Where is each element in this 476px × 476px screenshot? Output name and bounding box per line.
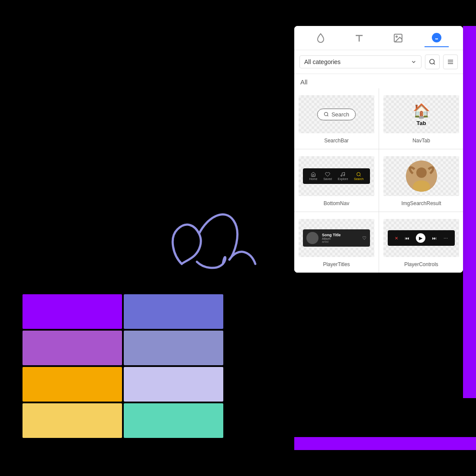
searchbar-placeholder: Search <box>331 111 349 118</box>
category-label: All categories <box>304 58 341 65</box>
bottomnav-home: Home <box>309 172 318 180</box>
chevron-down-icon <box>411 59 417 65</box>
svg-point-17 <box>416 167 427 178</box>
player-controls-widget: ✕ ⏮ ▶ ⏭ ⋯ <box>388 230 455 246</box>
category-dropdown[interactable]: All categories <box>299 55 421 68</box>
navtab-widget: 🏠 Tab <box>413 103 430 126</box>
player-artist-name: artist <box>322 240 359 243</box>
purple-right-bar <box>463 26 476 398</box>
bottomnav-saved-label: Saved <box>323 177 332 180</box>
tab-image[interactable] <box>386 29 410 47</box>
player-titles-widget: Song Title Album artist ♡ <box>303 229 370 247</box>
bottomnav-search: Search <box>354 172 363 180</box>
component-cell-navtab[interactable]: 🏠 Tab NavTab <box>379 88 463 149</box>
list-view-button[interactable] <box>443 55 458 69</box>
house-icon: 🏠 <box>413 103 430 119</box>
player-text-block: Song Title Album artist <box>322 233 359 243</box>
swatch-purple-medium[interactable] <box>23 331 122 365</box>
swatch-purple-bright[interactable] <box>23 294 122 329</box>
home-nav-icon <box>311 172 316 177</box>
swatch-yellow-light[interactable] <box>23 403 122 438</box>
swatch-lavender[interactable] <box>124 367 223 402</box>
svg-point-5 <box>430 59 434 64</box>
component-cell-bottomnav[interactable]: Home Saved Explore <box>294 149 379 212</box>
list-icon <box>447 58 454 65</box>
bottomnav-widget: Home Saved Explore <box>303 168 370 184</box>
component-label-playercontrols: PlayerControls <box>404 261 438 267</box>
component-cell-searchbar[interactable]: Search SearchBar <box>294 88 379 149</box>
playertitles-preview-area: Song Title Album artist ♡ <box>299 219 374 257</box>
component-label-searchbar: SearchBar <box>324 138 349 144</box>
playercontrols-preview-area: ✕ ⏮ ▶ ⏭ ⋯ <box>383 219 459 257</box>
bottomnav-explore: Explore <box>338 172 348 180</box>
player-heart-icon: ♡ <box>362 235 367 241</box>
ctrl-next-btn: ⏭ <box>432 236 437 241</box>
svg-line-6 <box>434 63 435 64</box>
swatch-yellow-orange[interactable] <box>23 367 122 402</box>
component-label-playertitles: PlayerTitles <box>323 261 350 267</box>
svg-point-14 <box>357 173 360 176</box>
bottomnav-saved: Saved <box>323 172 332 180</box>
component-label-bottomnav: BottomNav <box>324 200 349 206</box>
music-nav-icon <box>340 172 345 177</box>
searchbar-widget: Search <box>317 109 356 120</box>
search-nav-icon <box>356 172 361 177</box>
svg-point-10 <box>324 113 328 116</box>
search-icon <box>429 58 436 65</box>
component-cell-playercontrols[interactable]: ✕ ⏮ ▶ ⏭ ⋯ PlayerControls <box>379 212 463 273</box>
handwriting-scribble <box>147 195 264 281</box>
purple-bottom-bar <box>294 437 476 450</box>
panel-tab-bar <box>294 26 463 50</box>
bottomnav-home-label: Home <box>309 177 318 180</box>
component-cell-imgsearch[interactable]: ImgSearchResult <box>379 149 463 212</box>
ctrl-play-btn: ▶ <box>416 233 425 243</box>
svg-line-11 <box>327 115 328 116</box>
player-album-name: Album <box>322 237 359 240</box>
searchbar-preview-area: Search <box>299 95 374 133</box>
section-all-label: All <box>294 74 463 88</box>
tab-components[interactable] <box>425 29 449 47</box>
component-label-imgsearch: ImgSearchResult <box>401 200 441 206</box>
imgsearch-preview-area <box>383 156 459 196</box>
bottomnav-preview-area: Home Saved Explore <box>299 156 374 196</box>
navtab-preview-area: 🏠 Tab <box>383 95 459 133</box>
svg-point-3 <box>396 36 397 37</box>
bottomnav-search-label: Search <box>354 177 363 180</box>
player-album-thumb <box>306 232 318 244</box>
svg-line-15 <box>360 175 360 176</box>
filter-row: All categories <box>294 50 463 74</box>
swatch-purple-blue[interactable] <box>124 294 223 329</box>
component-grid: Search SearchBar 🏠 Tab NavTab <box>294 88 463 273</box>
imgsearch-avatar <box>406 161 437 192</box>
component-label-navtab: NavTab <box>412 138 430 144</box>
ctrl-more-btn: ⋯ <box>444 236 448 241</box>
component-cell-playertitles[interactable]: Song Title Album artist ♡ PlayerTitles <box>294 212 379 273</box>
ctrl-close-btn: ✕ <box>395 236 398 241</box>
tab-drop[interactable] <box>309 29 333 47</box>
search-filter-button[interactable] <box>425 55 440 69</box>
navtab-label: Tab <box>416 120 426 126</box>
player-song-title: Song Title <box>322 233 359 237</box>
color-palette <box>23 294 223 438</box>
component-panel: All categories All <box>294 26 463 273</box>
swatch-blue-medium[interactable] <box>124 331 223 365</box>
svg-point-12 <box>341 175 342 177</box>
svg-point-13 <box>344 175 345 176</box>
heart-nav-icon <box>325 172 330 177</box>
person-avatar-svg <box>406 161 437 192</box>
tab-text[interactable] <box>347 29 371 47</box>
ctrl-prev-btn: ⏮ <box>405 236 409 241</box>
search-preview-icon <box>324 112 329 117</box>
swatch-teal-mint[interactable] <box>124 403 223 438</box>
bottomnav-explore-label: Explore <box>338 177 348 180</box>
